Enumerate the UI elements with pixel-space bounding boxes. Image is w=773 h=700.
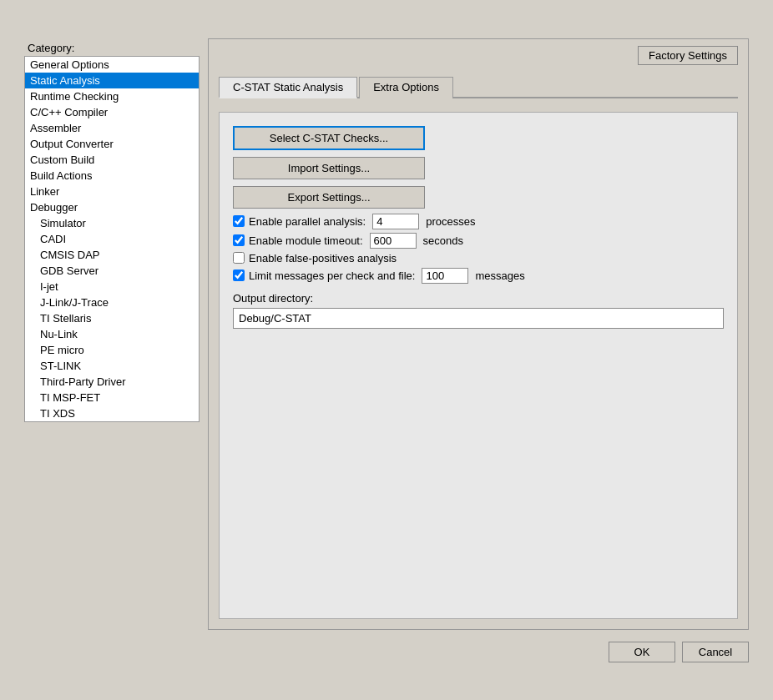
action-buttons: Select C-STAT Checks... Import Settings.… xyxy=(233,126,724,209)
category-list: General OptionsStatic AnalysisRuntime Ch… xyxy=(25,57,199,421)
sidebar-item-third-party-driver[interactable]: Third-Party Driver xyxy=(25,374,199,390)
limit-messages-checkbox[interactable] xyxy=(233,269,245,281)
limit-messages-unit: messages xyxy=(475,269,524,282)
sidebar-item-cadi[interactable]: CADI xyxy=(25,231,199,247)
select-checks-button[interactable]: Select C-STAT Checks... xyxy=(233,126,425,150)
dialog-body: Category: General OptionsStatic Analysis… xyxy=(24,38,749,630)
export-settings-button[interactable]: Export Settings... xyxy=(233,186,425,209)
sidebar-item-linker[interactable]: Linker xyxy=(25,184,199,199)
main-panel: Factory Settings C-STAT Static Analysis … xyxy=(208,38,749,630)
sidebar-item-static-analysis[interactable]: Static Analysis xyxy=(25,73,199,88)
sidebar-item-cpp-compiler[interactable]: C/C++ Compiler xyxy=(25,104,199,120)
import-settings-button[interactable]: Import Settings... xyxy=(233,157,425,179)
sidebar-item-st-link[interactable]: ST-LINK xyxy=(25,358,199,374)
false-positives-row: Enable false-positives analysis xyxy=(233,252,724,264)
sidebar-item-assembler[interactable]: Assembler xyxy=(25,120,199,136)
sidebar-item-nu-link[interactable]: Nu-Link xyxy=(25,326,199,342)
dialog: Category: General OptionsStatic Analysis… xyxy=(11,25,762,676)
tab-extra-options[interactable]: Extra Options xyxy=(359,77,453,98)
dialog-footer: OK Cancel xyxy=(24,638,749,662)
sidebar-item-debugger[interactable]: Debugger xyxy=(25,199,199,215)
limit-messages-row: Limit messages per check and file: messa… xyxy=(233,268,724,284)
tabs: C-STAT Static Analysis Extra Options xyxy=(219,75,738,98)
parallel-analysis-input[interactable] xyxy=(372,214,419,229)
category-panel: General OptionsStatic AnalysisRuntime Ch… xyxy=(24,56,200,422)
sidebar-item-custom-build[interactable]: Custom Build xyxy=(25,152,199,168)
sidebar-item-gdb-server[interactable]: GDB Server xyxy=(25,263,199,279)
parallel-analysis-unit: processes xyxy=(426,215,475,228)
sidebar-item-j-link-j-trace[interactable]: J-Link/J-Trace xyxy=(25,295,199,310)
module-timeout-row: Enable module timeout: seconds xyxy=(233,233,724,249)
module-timeout-unit: seconds xyxy=(423,234,463,247)
parallel-analysis-checkbox[interactable] xyxy=(233,215,245,227)
sidebar-item-pe-micro[interactable]: PE micro xyxy=(25,342,199,358)
sidebar-item-ti-msp-fet[interactable]: TI MSP-FET xyxy=(25,390,199,405)
limit-messages-input[interactable] xyxy=(422,268,468,284)
sidebar-item-build-actions[interactable]: Build Actions xyxy=(25,168,199,184)
limit-messages-label[interactable]: Limit messages per check and file: xyxy=(233,269,415,282)
output-directory-section: Output directory: xyxy=(233,292,724,329)
sidebar-item-general-options[interactable]: General Options xyxy=(25,57,199,73)
sidebar-item-ti-stellaris[interactable]: TI Stellaris xyxy=(25,310,199,326)
ok-button[interactable]: OK xyxy=(609,642,675,662)
tab-cstat-content: Select C-STAT Checks... Import Settings.… xyxy=(219,112,738,619)
sidebar-item-ti-xds[interactable]: TI XDS xyxy=(25,405,199,421)
parallel-analysis-label[interactable]: Enable parallel analysis: xyxy=(233,215,366,228)
sidebar-item-cmsis-dap[interactable]: CMSIS DAP xyxy=(25,247,199,263)
sidebar-item-simulator[interactable]: Simulator xyxy=(25,215,199,231)
output-directory-input[interactable] xyxy=(233,308,724,329)
sidebar-item-output-converter[interactable]: Output Converter xyxy=(25,136,199,152)
output-directory-label: Output directory: xyxy=(233,292,724,305)
parallel-analysis-row: Enable parallel analysis: processes xyxy=(233,214,724,229)
cancel-button[interactable]: Cancel xyxy=(682,642,749,662)
sidebar-item-i-jet[interactable]: I-jet xyxy=(25,279,199,295)
category-label: Category: xyxy=(24,38,200,56)
factory-settings-button[interactable]: Factory Settings xyxy=(638,46,738,65)
false-positives-checkbox[interactable] xyxy=(233,252,245,264)
module-timeout-label[interactable]: Enable module timeout: xyxy=(233,234,363,247)
sidebar-item-runtime-checking[interactable]: Runtime Checking xyxy=(25,88,199,104)
module-timeout-input[interactable] xyxy=(370,233,417,249)
module-timeout-checkbox[interactable] xyxy=(233,234,245,246)
tab-cstat[interactable]: C-STAT Static Analysis xyxy=(219,77,357,98)
false-positives-label[interactable]: Enable false-positives analysis xyxy=(233,252,397,264)
